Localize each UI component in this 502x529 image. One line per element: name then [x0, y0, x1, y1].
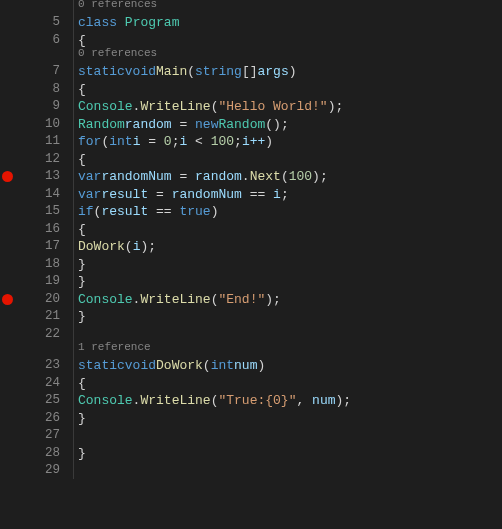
code-line[interactable]: Console.WriteLine("True:{0}", num);	[78, 392, 502, 410]
line-number: 7	[52, 63, 60, 81]
line-number-row[interactable]: 28	[0, 445, 78, 463]
line-number-row[interactable]: 15	[0, 203, 78, 221]
line-number-row[interactable]: 8	[0, 81, 78, 99]
code-line[interactable]: {	[78, 81, 502, 99]
line-number-row[interactable]: 12	[0, 151, 78, 169]
keyword: class	[78, 14, 117, 32]
line-number: 5	[52, 14, 60, 32]
line-number-row[interactable]: 14	[0, 186, 78, 204]
code-line[interactable]: Random random = new Random();	[78, 116, 502, 134]
line-number-row[interactable]: 19	[0, 273, 78, 291]
code-editor[interactable]: 0 references class Program { 0 reference…	[78, 0, 502, 529]
code-line[interactable]: {	[78, 221, 502, 239]
line-number-row[interactable]: 26	[0, 410, 78, 428]
line-number: 8	[52, 81, 60, 99]
line-number: 15	[45, 203, 60, 221]
line-number-row[interactable]: 21	[0, 308, 78, 326]
code-line[interactable]: Console.WriteLine("Hello World!");	[78, 98, 502, 116]
line-number: 24	[45, 375, 60, 393]
line-number: 9	[52, 98, 60, 116]
string-literal: "True:{0}"	[218, 392, 296, 410]
codelens-dowork[interactable]: 1 reference	[78, 343, 502, 357]
line-number: 28	[45, 445, 60, 463]
line-number-row[interactable]: 20	[0, 291, 78, 309]
line-number-row[interactable]: 27	[0, 427, 78, 445]
code-line[interactable]: {	[78, 375, 502, 393]
line-number-row[interactable]: 29	[0, 462, 78, 480]
line-number: 22	[45, 326, 60, 344]
line-number-row[interactable]: 9	[0, 98, 78, 116]
line-number: 26	[45, 410, 60, 428]
code-line[interactable]: }	[78, 308, 502, 326]
line-number-row[interactable]: 5	[0, 14, 78, 32]
line-number: 10	[45, 116, 60, 134]
line-number: 12	[45, 151, 60, 169]
code-line[interactable]: }	[78, 273, 502, 291]
line-number: 13	[45, 168, 60, 186]
line-number-row[interactable]: 16	[0, 221, 78, 239]
code-line[interactable]: if (result == true)	[78, 203, 502, 221]
breakpoint-icon[interactable]	[2, 171, 13, 182]
code-line[interactable]: {	[78, 151, 502, 169]
line-number: 11	[45, 133, 60, 151]
line-number: 23	[45, 357, 60, 375]
line-number-row[interactable]: 24	[0, 375, 78, 393]
line-number: 25	[45, 392, 60, 410]
code-line[interactable]: class Program	[78, 14, 502, 32]
string-literal: "End!"	[218, 291, 265, 309]
line-number: 19	[45, 273, 60, 291]
line-number: 27	[45, 427, 60, 445]
string-literal: "Hello World!"	[218, 98, 327, 116]
code-line[interactable]: Console.WriteLine("End!");	[78, 291, 502, 309]
code-line[interactable]: var result = randomNum == i;	[78, 186, 502, 204]
codelens-main[interactable]: 0 references	[78, 49, 502, 63]
code-line[interactable]: for (int i = 0; i < 100; i++)	[78, 133, 502, 151]
line-number: 17	[45, 238, 60, 256]
code-line[interactable]	[78, 427, 502, 445]
line-number-row[interactable]: 6	[0, 32, 78, 50]
code-line[interactable]: static void DoWork(int num)	[78, 357, 502, 375]
code-line[interactable]: var randomNum = random.Next(100);	[78, 168, 502, 186]
line-number-row[interactable]: 18	[0, 256, 78, 274]
line-number-row[interactable]: 23	[0, 357, 78, 375]
line-number: 20	[45, 291, 60, 309]
line-number-row[interactable]: 7	[0, 63, 78, 81]
line-number-row[interactable]: 10	[0, 116, 78, 134]
line-number: 21	[45, 308, 60, 326]
line-number-row[interactable]: 22	[0, 326, 78, 344]
code-line[interactable]	[78, 462, 502, 480]
class-name: Program	[125, 14, 180, 32]
code-line[interactable]: DoWork(i);	[78, 238, 502, 256]
method-name: DoWork	[156, 357, 203, 375]
breakpoint-icon[interactable]	[2, 294, 13, 305]
method-name: Main	[156, 63, 187, 81]
line-number: 6	[52, 32, 60, 50]
line-number-row[interactable]: 13	[0, 168, 78, 186]
line-number: 14	[45, 186, 60, 204]
line-number-row[interactable]: 11	[0, 133, 78, 151]
line-number: 29	[45, 462, 60, 480]
line-number-row[interactable]: 25	[0, 392, 78, 410]
line-number-row[interactable]: 17	[0, 238, 78, 256]
line-number: 18	[45, 256, 60, 274]
code-line[interactable]: }	[78, 256, 502, 274]
codelens-class[interactable]: 0 references	[78, 0, 502, 14]
code-line[interactable]: static void Main(string[] args)	[78, 63, 502, 81]
code-line[interactable]: }	[78, 445, 502, 463]
code-line[interactable]: }	[78, 410, 502, 428]
line-number: 16	[45, 221, 60, 239]
gutter: 5 6 7 8 9 10 11 12 13 14 15 16 17 18 19 …	[0, 0, 78, 529]
